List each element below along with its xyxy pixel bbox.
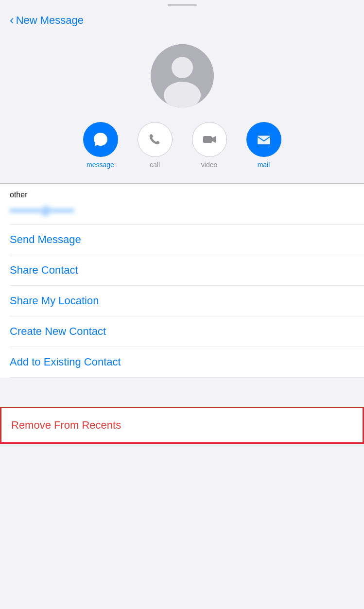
action-buttons: message call video	[0, 122, 364, 169]
call-action-button[interactable]: call	[138, 122, 173, 169]
back-button[interactable]: ‹ New Message	[10, 14, 84, 27]
remove-from-recents-button[interactable]: Remove From Recents	[1, 408, 363, 442]
call-button-label: call	[150, 161, 160, 169]
contact-info-section: other ••••••••@•••••• Send Message Share…	[0, 184, 364, 378]
status-bar	[0, 0, 364, 8]
video-action-button[interactable]: video	[192, 122, 227, 169]
call-button-circle	[138, 122, 173, 157]
back-label: New Message	[16, 14, 84, 27]
message-action-button[interactable]: message	[83, 122, 118, 169]
avatar-image	[151, 44, 214, 107]
message-button-label: message	[87, 161, 114, 169]
call-icon	[147, 132, 163, 147]
send-message-button[interactable]: Send Message	[0, 225, 364, 255]
back-chevron-icon: ‹	[10, 14, 14, 26]
profile-section: message call video	[0, 35, 364, 183]
video-icon	[201, 131, 218, 148]
mail-icon	[255, 131, 273, 148]
share-contact-button[interactable]: Share Contact	[0, 255, 364, 285]
section-header-other: other	[0, 184, 364, 201]
spacer	[0, 378, 364, 407]
mail-action-button[interactable]: mail	[246, 122, 281, 169]
video-button-circle	[192, 122, 227, 157]
message-icon	[92, 131, 109, 148]
avatar	[151, 44, 214, 107]
svg-point-1	[172, 57, 193, 78]
remove-section: Remove From Recents	[0, 407, 364, 444]
message-button-circle	[83, 122, 118, 157]
svg-rect-4	[258, 136, 270, 144]
contact-email-row: ••••••••@••••••	[0, 201, 364, 224]
video-button-label: video	[201, 161, 217, 169]
nav-bar: ‹ New Message	[0, 8, 364, 35]
mail-button-label: mail	[258, 161, 270, 169]
svg-rect-3	[203, 136, 212, 143]
status-indicator	[168, 4, 197, 6]
share-location-button[interactable]: Share My Location	[0, 286, 364, 316]
create-contact-button[interactable]: Create New Contact	[0, 316, 364, 347]
add-existing-contact-button[interactable]: Add to Existing Contact	[0, 347, 364, 377]
contact-email-blurred: ••••••••@••••••	[10, 205, 74, 216]
mail-button-circle	[246, 122, 281, 157]
